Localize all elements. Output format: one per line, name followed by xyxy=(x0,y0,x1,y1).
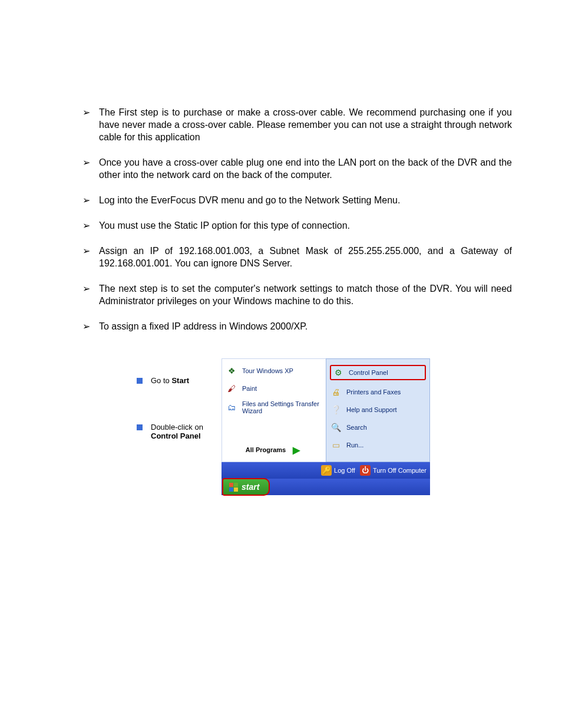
instruction-item: The next step is to set the computer's n… xyxy=(82,282,512,307)
menu-item-run[interactable]: ▭ Run... xyxy=(330,439,426,451)
menu-item-tour-windows-xp[interactable]: ❖ Tour Windows XP xyxy=(226,365,322,377)
search-icon: 🔍 xyxy=(330,421,342,433)
menu-item-help-support[interactable]: ❔ Help and Support xyxy=(330,404,426,416)
turn-off-computer-button[interactable]: ⏻ Turn Off Computer xyxy=(360,465,427,476)
instruction-item: The First step is to purchase or make a … xyxy=(82,106,512,143)
footer-btn-label: Log Off xyxy=(334,467,355,474)
side-step-1-bold: Start xyxy=(171,376,189,385)
printer-icon: 🖨 xyxy=(330,386,342,398)
side-step-2-line2: Control Panel xyxy=(151,431,201,440)
start-button[interactable]: start xyxy=(222,478,270,496)
start-menu-left-column: ❖ Tour Windows XP 🖌 Paint 🗂 Files and Se… xyxy=(222,358,326,462)
instruction-item: Assign an IP of 192.168.001.003, a Subne… xyxy=(82,245,512,269)
xp-start-menu: ❖ Tour Windows XP 🖌 Paint 🗂 Files and Se… xyxy=(222,358,430,495)
instruction-item: You must use the Static IP option for th… xyxy=(82,219,512,232)
side-step-2: Double-click on Control Panel xyxy=(137,423,220,440)
menu-item-files-settings-transfer[interactable]: 🗂 Files and Settings Transfer Wizard xyxy=(226,400,322,414)
menu-item-control-panel[interactable]: ⚙ Control Panel xyxy=(330,365,426,380)
log-off-button[interactable]: 🔑 Log Off xyxy=(321,465,355,476)
menu-item-label: Help and Support xyxy=(346,406,397,413)
start-menu-figure: Go to Start Double-click on Control Pane… xyxy=(131,358,430,495)
instruction-item: To assign a fixed IP address in Windows … xyxy=(82,320,512,332)
start-menu-body: ❖ Tour Windows XP 🖌 Paint 🗂 Files and Se… xyxy=(222,358,430,462)
start-menu-right-column: ⚙ Control Panel 🖨 Printers and Faxes ❔ H… xyxy=(326,358,430,462)
taskbar: start xyxy=(222,479,430,495)
start-button-label: start xyxy=(242,482,259,492)
menu-item-label: Search xyxy=(346,424,367,431)
instruction-list: The First step is to purchase or make a … xyxy=(50,106,512,332)
side-step-1-prefix: Go to xyxy=(151,376,171,385)
instruction-item: Once you have a cross-over cable plug on… xyxy=(82,156,512,181)
side-step-2-line1: Double-click on xyxy=(151,423,203,431)
menu-item-all-programs[interactable]: All Programs ▶ xyxy=(226,444,322,456)
side-step-1-text: Go to Start xyxy=(151,376,189,385)
menu-item-label: Tour Windows XP xyxy=(242,367,293,374)
power-icon: ⏻ xyxy=(360,465,371,476)
footer-btn-label: Turn Off Computer xyxy=(373,467,427,474)
document-page: The First step is to purchase or make a … xyxy=(0,0,562,728)
control-panel-icon: ⚙ xyxy=(332,367,344,378)
menu-item-printers-faxes[interactable]: 🖨 Printers and Faxes xyxy=(330,386,426,398)
figure-side-steps: Go to Start Double-click on Control Pane… xyxy=(131,358,222,495)
paint-icon: 🖌 xyxy=(226,383,237,394)
side-step-1: Go to Start xyxy=(137,376,220,385)
menu-item-label: Control Panel xyxy=(349,369,388,376)
tour-icon: ❖ xyxy=(226,365,237,377)
side-step-2-text: Double-click on Control Panel xyxy=(151,423,203,440)
start-menu-footer: 🔑 Log Off ⏻ Turn Off Computer xyxy=(222,462,430,479)
instruction-item: Log into the EverFocus DVR menu and go t… xyxy=(82,194,512,206)
log-off-icon: 🔑 xyxy=(321,465,332,476)
transfer-wizard-icon: 🗂 xyxy=(226,401,237,413)
menu-item-label: Printers and Faxes xyxy=(346,388,401,396)
play-arrow-icon: ▶ xyxy=(290,444,302,456)
menu-item-label: Paint xyxy=(242,385,257,392)
menu-item-search[interactable]: 🔍 Search xyxy=(330,421,426,433)
bullet-square-icon xyxy=(137,424,143,430)
menu-item-label: Files and Settings Transfer Wizard xyxy=(242,400,322,414)
run-icon: ▭ xyxy=(330,439,342,451)
menu-item-label: Run... xyxy=(346,442,363,449)
windows-flag-icon xyxy=(229,483,238,492)
menu-item-paint[interactable]: 🖌 Paint xyxy=(226,383,322,394)
menu-item-label: All Programs xyxy=(246,446,286,453)
help-icon: ❔ xyxy=(330,404,342,416)
bullet-square-icon xyxy=(137,378,143,384)
